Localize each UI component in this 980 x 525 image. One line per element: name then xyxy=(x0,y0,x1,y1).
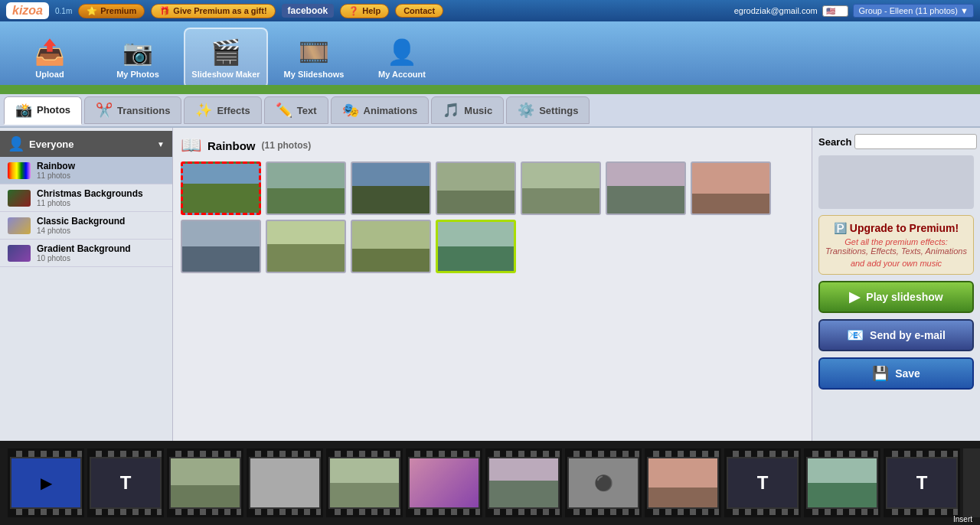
tab-music[interactable]: 🎵 Music xyxy=(431,96,504,124)
rainbow-thumb xyxy=(8,162,31,179)
nav-my-photos[interactable]: 📷 My Photos xyxy=(96,28,180,89)
transitions-tab-icon: ✂️ xyxy=(96,102,113,119)
group-dropdown[interactable]: Group - Elleen (11 photos) ▼ xyxy=(853,4,974,18)
film-frame-12[interactable]: T xyxy=(884,448,960,517)
photo-9[interactable] xyxy=(266,220,346,273)
photos-tab-icon: 📸 xyxy=(15,102,32,119)
film-add-button[interactable]: + xyxy=(963,448,980,517)
film-frame-10[interactable]: T xyxy=(724,448,801,517)
photo-1[interactable] xyxy=(181,161,261,215)
album-title: Rainbow xyxy=(207,139,256,152)
search-section: Search GO> xyxy=(818,134,974,149)
classic-thumb xyxy=(8,217,31,234)
nav-my-account[interactable]: 👤 My Account xyxy=(360,28,444,89)
film-inner-2: T xyxy=(91,458,160,507)
photo-grid-wrap xyxy=(181,161,804,273)
album-icon: 📖 xyxy=(181,135,201,155)
film-inner-4 xyxy=(250,458,319,507)
slideshow-maker-icon: 🎬 xyxy=(211,38,241,67)
navbar: 📤 Upload 📷 My Photos 🎬 Slideshow Maker 🎞… xyxy=(0,21,980,94)
main-area: 👤 Everyone ▼ Rainbow 11 photos Christmas… xyxy=(0,128,980,441)
film-inner-6 xyxy=(410,458,479,507)
photo-5[interactable] xyxy=(521,161,601,215)
language-selector[interactable]: 🇺🇸 ▼ xyxy=(822,5,849,17)
save-button[interactable]: 💾 Save xyxy=(818,357,974,390)
help-button[interactable]: ❓ Help xyxy=(340,4,389,18)
tab-transitions[interactable]: ✂️ Transitions xyxy=(84,96,181,124)
photo-11[interactable] xyxy=(436,220,516,273)
film-frame-7[interactable] xyxy=(485,448,562,517)
email-icon: 📧 xyxy=(847,327,864,344)
animations-tab-icon: 🎭 xyxy=(342,102,359,119)
nav-upload[interactable]: 📤 Upload xyxy=(8,28,92,89)
photo-8[interactable] xyxy=(181,220,261,273)
photo-7[interactable] xyxy=(691,161,771,215)
search-label: Search xyxy=(818,136,851,148)
tab-photos[interactable]: 📸 Photos xyxy=(4,96,82,125)
photo-10[interactable] xyxy=(351,220,431,273)
film-inner-10: T xyxy=(728,458,797,507)
topbar: kizoa 0.1m ⭐ Premium 🎁 Give Premium as a… xyxy=(0,0,980,21)
upgrade-box: 🅿️ Upgrade to Premium! Get all the premi… xyxy=(818,215,974,275)
film-frame-2[interactable]: T xyxy=(87,448,164,517)
premium-button[interactable]: ⭐ Premium xyxy=(78,4,145,18)
top-right: egrodziak@gmail.com 🇺🇸 ▼ Group - Elleen … xyxy=(734,4,974,18)
album-count: (11 photos) xyxy=(262,140,312,151)
premium-icon: 🅿️ xyxy=(834,222,847,234)
insert-label: Insert xyxy=(953,515,972,523)
sidebar-everyone-header[interactable]: 👤 Everyone ▼ xyxy=(0,131,172,157)
nav-my-slideshows[interactable]: 🎞️ My Slideshows xyxy=(272,28,356,89)
photo-2[interactable] xyxy=(266,161,346,215)
film-frame-3[interactable] xyxy=(167,448,243,517)
user-email: egrodziak@gmail.com xyxy=(734,6,818,15)
settings-tab-icon: ⚙️ xyxy=(518,102,534,119)
effects-tab-icon: ✨ xyxy=(195,102,212,119)
my-photos-icon: 📷 xyxy=(122,38,153,67)
film-frame-11[interactable] xyxy=(804,448,880,517)
save-icon: 💾 xyxy=(872,365,889,382)
play-icon: ▶ xyxy=(849,289,860,305)
film-frame-5[interactable] xyxy=(326,448,403,517)
send-email-button[interactable]: 📧 Send by e-mail xyxy=(818,319,974,351)
sidebar-item-gradient[interactable]: Gradient Background 10 photos xyxy=(0,240,172,267)
play-slideshow-button[interactable]: ▶ Play slideshow xyxy=(818,281,974,313)
film-frame-9[interactable] xyxy=(645,448,721,517)
tab-effects[interactable]: ✨ Effects xyxy=(184,96,261,124)
sidebar-item-christmas[interactable]: Christmas Backgrounds 11 photos xyxy=(0,184,172,212)
right-panel: Search GO> 🅿️ Upgrade to Premium! Get al… xyxy=(812,128,980,441)
film-inner-8: ⚫ xyxy=(569,458,638,507)
search-input[interactable] xyxy=(854,134,977,149)
sidebar-item-classic[interactable]: Classic Background 14 photos xyxy=(0,212,172,240)
contact-button[interactable]: Contact xyxy=(395,4,443,18)
film-frame-1[interactable]: ▶ xyxy=(8,448,84,517)
text-tab-icon: ✏️ xyxy=(276,102,292,119)
photo-3[interactable] xyxy=(351,161,431,215)
film-inner-3 xyxy=(171,458,240,507)
film-inner-12: T xyxy=(887,458,956,507)
gradient-thumb xyxy=(8,245,31,262)
upload-icon: 📤 xyxy=(34,38,65,67)
time-display: 0.1m xyxy=(55,7,72,15)
film-inner-1: ▶ xyxy=(11,458,80,507)
search-preview xyxy=(818,155,974,209)
tab-text[interactable]: ✏️ Text xyxy=(264,96,328,124)
film-frame-6[interactable] xyxy=(406,448,482,517)
photo-6[interactable] xyxy=(606,161,686,215)
tab-settings[interactable]: ⚙️ Settings xyxy=(506,96,590,124)
film-frame-8[interactable]: ⚫ xyxy=(565,448,642,517)
film-frame-4[interactable] xyxy=(247,448,323,517)
photo-4[interactable] xyxy=(436,161,516,215)
sidebar-item-rainbow[interactable]: Rainbow 11 photos xyxy=(0,157,172,184)
sidebar: 👤 Everyone ▼ Rainbow 11 photos Christmas… xyxy=(0,128,173,441)
gift-button[interactable]: 🎁 Give Premium as a gift! xyxy=(151,4,275,18)
music-tab-icon: 🎵 xyxy=(443,102,459,119)
christmas-thumb xyxy=(8,190,31,207)
nav-slideshow-maker[interactable]: 🎬 Slideshow Maker xyxy=(184,28,268,89)
my-slideshows-icon: 🎞️ xyxy=(299,38,329,67)
film-inner-7 xyxy=(489,458,558,507)
sidebar-arrow-icon: ▼ xyxy=(157,140,165,148)
tab-animations[interactable]: 🎭 Animations xyxy=(331,96,430,124)
filmstrip: ▶ T ⚫ T T + Insert xyxy=(0,441,980,525)
facebook-button[interactable]: facebook xyxy=(282,4,335,18)
my-account-icon: 👤 xyxy=(387,38,417,67)
